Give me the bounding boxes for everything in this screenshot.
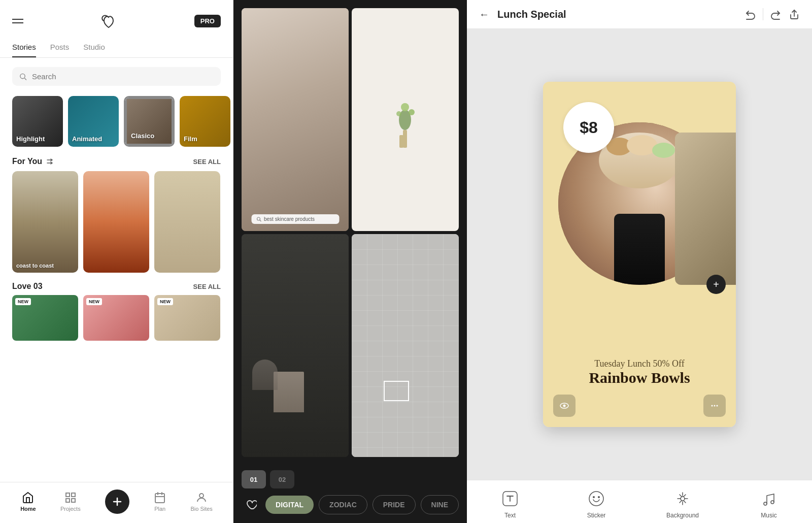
projects-icon — [64, 492, 77, 504]
preview-text-area: Tuesday Lunch 50% Off Rainbow Bowls — [543, 358, 736, 386]
preview-subtitle: Tuesday Lunch 50% Off — [555, 358, 724, 369]
tab-studio[interactable]: Studio — [83, 38, 105, 57]
cat-digital[interactable]: DIGITAL — [265, 496, 314, 514]
cat-nine[interactable]: NINE — [421, 495, 459, 514]
cat-zodiac[interactable]: ZODIAC — [319, 495, 367, 514]
story-card-surfer[interactable] — [83, 171, 149, 273]
tool-background[interactable]: Background — [662, 488, 703, 519]
search-overlay: best skincare products — [251, 214, 339, 224]
search-mini-icon — [256, 217, 261, 222]
nav-projects[interactable]: Projects — [60, 492, 81, 512]
redo-icon[interactable] — [770, 9, 782, 20]
bottom-nav: Home Projects Plan — [0, 482, 233, 523]
svg-rect-8 — [155, 494, 164, 503]
nav-bio-sites[interactable]: Bio Sites — [190, 492, 212, 512]
music-icon — [760, 489, 778, 508]
svg-point-0 — [20, 74, 25, 78]
text-icon — [501, 489, 519, 508]
logo — [98, 10, 119, 31]
svg-point-19 — [409, 109, 415, 115]
menu-button[interactable] — [12, 19, 23, 23]
preview-more-button[interactable] — [703, 395, 726, 417]
more-dots-icon — [709, 401, 720, 411]
share-icon[interactable] — [789, 9, 800, 20]
search-bar — [12, 67, 221, 86]
right-panel: ← Lunch Special $8 — [467, 0, 812, 523]
page-indicators: 01 02 — [242, 470, 459, 488]
tool-music[interactable]: Music — [749, 488, 789, 519]
template-film[interactable]: Film — [180, 96, 230, 147]
heart-button[interactable] — [242, 494, 260, 516]
left-panel: PRO Stories Posts Studio Highlight Anima… — [0, 0, 233, 523]
svg-point-20 — [396, 111, 401, 116]
svg-point-18 — [401, 103, 409, 111]
svg-point-28 — [589, 492, 603, 506]
canvas-area: best skincare products — [233, 0, 467, 465]
pro-badge[interactable]: PRO — [194, 15, 221, 27]
svg-rect-16 — [399, 135, 403, 148]
tool-sticker[interactable]: Sticker — [576, 488, 617, 519]
story-card-coast[interactable]: coast to coast — [12, 171, 78, 273]
tab-posts[interactable]: Posts — [50, 38, 70, 57]
undo-icon[interactable] — [745, 9, 756, 20]
add-button[interactable] — [105, 489, 129, 514]
svg-point-24 — [712, 405, 713, 407]
shuffle-icon[interactable] — [46, 157, 55, 166]
price-bubble: $8 — [563, 102, 614, 153]
love-cards: NEW NEW NEW — [0, 295, 233, 341]
canvas-cell-2[interactable] — [352, 8, 459, 231]
for-you-see-all[interactable]: SEE ALL — [193, 158, 221, 166]
back-button[interactable]: ← — [479, 9, 489, 20]
home-icon — [22, 492, 34, 504]
canvas-cell-1[interactable]: best skincare products — [242, 8, 349, 231]
svg-rect-4 — [66, 499, 70, 502]
plant-visual — [385, 89, 426, 150]
preview-background: $8 — [543, 82, 736, 427]
templates-row: Highlight Animated Clasico Film — [0, 92, 233, 153]
template-animated[interactable]: Animated — [68, 96, 119, 147]
category-tabs: DIGITAL ZODIAC PRIDE NINE — [242, 494, 459, 516]
right-toolbar: Text Sticker Background — [467, 480, 812, 523]
svg-point-31 — [681, 497, 685, 501]
story-card-map[interactable] — [154, 171, 220, 273]
page-btn-1[interactable]: 01 — [242, 470, 266, 488]
page-btn-2[interactable]: 02 — [270, 470, 294, 488]
tool-text[interactable]: Text — [490, 488, 530, 519]
story-preview: $8 — [543, 82, 736, 427]
preview-main-title: Rainbow Bowls — [555, 369, 724, 386]
canvas-cell-3[interactable] — [242, 234, 349, 457]
love-see-all[interactable]: SEE ALL — [193, 283, 221, 290]
for-you-title: For You — [12, 157, 42, 166]
svg-point-26 — [717, 405, 718, 407]
canvas-cell-4[interactable] — [352, 234, 459, 457]
eye-icon — [559, 401, 569, 411]
love-card-1[interactable]: NEW — [12, 295, 78, 341]
love-card-2[interactable]: NEW — [83, 295, 149, 341]
right-title: Lunch Special — [497, 9, 736, 20]
svg-point-12 — [199, 494, 204, 498]
food-side-panel — [675, 133, 736, 285]
love-section-title: Love 03 — [12, 282, 43, 291]
sticker-icon — [587, 489, 605, 508]
heart-icon — [246, 499, 257, 510]
tab-stories[interactable]: Stories — [12, 38, 36, 57]
for-you-header: For You SEE ALL — [0, 153, 233, 171]
for-you-grid: coast to coast — [0, 171, 233, 280]
bio-icon — [195, 492, 208, 504]
cat-pride[interactable]: PRIDE — [373, 495, 416, 514]
search-input[interactable] — [32, 72, 214, 81]
preview-eye-button[interactable] — [553, 395, 576, 417]
nav-home[interactable]: Home — [20, 492, 36, 512]
love-section-header: Love 03 SEE ALL — [0, 280, 233, 295]
love-card-3[interactable]: NEW — [154, 295, 220, 341]
plan-icon — [154, 492, 166, 504]
svg-rect-2 — [66, 493, 70, 497]
nav-plan[interactable]: Plan — [154, 492, 166, 512]
add-element-button[interactable]: + — [706, 275, 726, 294]
template-clasico[interactable]: Clasico — [124, 96, 175, 147]
header-divider — [763, 8, 763, 20]
template-highlight[interactable]: Highlight — [12, 96, 63, 147]
left-header: PRO — [0, 0, 233, 38]
middle-panel: best skincare products — [233, 0, 467, 523]
search-icon — [19, 73, 27, 81]
